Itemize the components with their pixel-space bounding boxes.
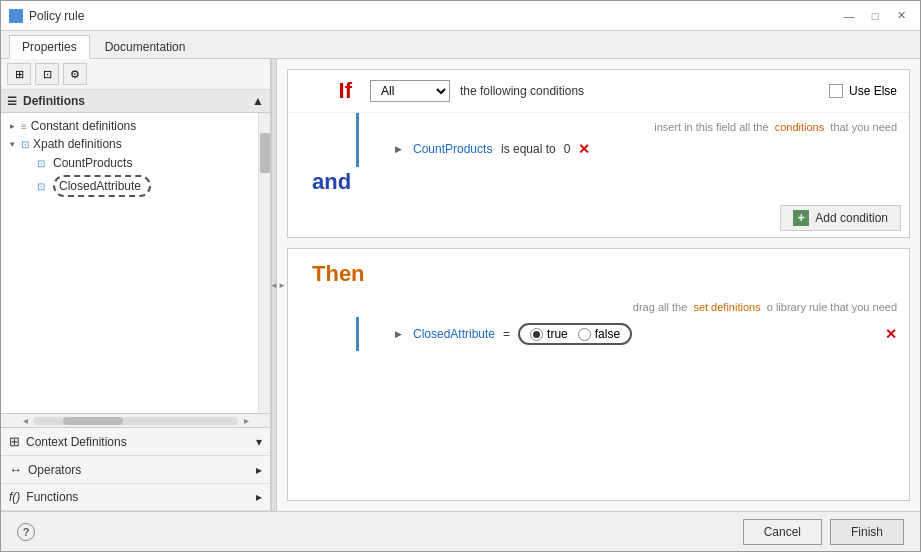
title-bar-left: Policy rule — [9, 9, 84, 23]
count-products-label: CountProducts — [53, 156, 132, 170]
help-button[interactable]: ? — [17, 523, 35, 541]
then-row: ▶ ClosedAttribute = true false — [359, 317, 909, 351]
window-title: Policy rule — [29, 9, 84, 23]
condition-name: CountProducts — [413, 142, 493, 156]
use-else-area: Use Else — [829, 84, 897, 98]
then-hint: drag all the set definitions o library r… — [288, 299, 909, 317]
operators-label: Operators — [28, 463, 81, 477]
left-panel-scrollbar[interactable] — [258, 113, 270, 413]
close-button[interactable]: ✕ — [890, 5, 912, 27]
add-condition-label: Add condition — [815, 211, 888, 225]
view-icon[interactable]: ⊡ — [35, 63, 59, 85]
tabs-row: Properties Documentation — [1, 31, 920, 59]
operators-expand-icon: ▸ — [256, 463, 262, 477]
false-radio[interactable] — [578, 328, 591, 341]
true-radio[interactable] — [530, 328, 543, 341]
settings-icon[interactable]: ⚙ — [63, 63, 87, 85]
h-scrollbar[interactable]: ◂ ▸ — [1, 413, 270, 427]
tree-section: ▸ ≡ Constant definitions ▾ ⊡ Xpath defin… — [1, 113, 270, 413]
tab-documentation[interactable]: Documentation — [92, 35, 199, 58]
condition-row: ▶ CountProducts is equal to 0 ✕ — [391, 137, 897, 161]
if-select[interactable]: All Any None — [370, 80, 450, 102]
constant-definitions-label: Constant definitions — [31, 119, 136, 133]
condition-operator: is equal to — [501, 142, 556, 156]
condition-value: 0 — [564, 142, 571, 156]
list-icon: ☰ — [7, 95, 17, 108]
count-products-icon: ⊡ — [33, 155, 49, 171]
add-icon[interactable]: ⊞ — [7, 63, 31, 85]
functions-expand-icon: ▸ — [256, 490, 262, 504]
cancel-button[interactable]: Cancel — [743, 519, 822, 545]
add-condition-button[interactable]: + Add condition — [780, 205, 901, 231]
false-option[interactable]: false — [578, 327, 620, 341]
if-section: If All Any None the following conditions… — [287, 69, 910, 238]
xpath-definitions-label: Xpath definitions — [33, 137, 122, 151]
condition-expander[interactable]: ▶ — [391, 142, 405, 156]
title-bar-controls: — □ ✕ — [838, 5, 912, 27]
true-label: true — [547, 327, 568, 341]
bottom-sections: ⊞ Context Definitions ▾ ↔ Operators ▸ — [1, 427, 270, 511]
title-bar: Policy rule — □ ✕ — [1, 1, 920, 31]
context-definitions-section: ⊞ Context Definitions ▾ — [1, 428, 270, 456]
constant-definitions-group[interactable]: ▸ ≡ Constant definitions — [1, 117, 270, 135]
then-keyword: Then — [300, 253, 377, 295]
tree-item-count-products[interactable]: ⊡ CountProducts — [1, 153, 270, 173]
functions-icon: f() — [9, 490, 20, 504]
then-row-expander[interactable]: ▶ — [391, 327, 405, 341]
action-buttons: Cancel Finish — [743, 519, 904, 545]
definitions-section-header[interactable]: ☰ Definitions ▲ — [1, 90, 270, 113]
false-label: false — [595, 327, 620, 341]
functions-header[interactable]: f() Functions ▸ — [1, 484, 270, 510]
panel-splitter[interactable] — [271, 59, 277, 511]
finish-button[interactable]: Finish — [830, 519, 904, 545]
context-def-expand-icon: ▾ — [256, 435, 262, 449]
left-toolbar: ⊞ ⊡ ⚙ — [1, 59, 270, 90]
context-def-left: ⊞ Context Definitions — [9, 434, 127, 449]
xpath-icon: ⊡ — [21, 139, 29, 150]
main-window: Policy rule — □ ✕ Properties Documentati… — [0, 0, 921, 552]
closed-attribute-label: ClosedAttribute — [59, 179, 141, 193]
then-attribute-name: ClosedAttribute — [413, 327, 495, 341]
context-definitions-header[interactable]: ⊞ Context Definitions ▾ — [1, 428, 270, 455]
then-section: Then drag all the set definitions o libr… — [287, 248, 910, 501]
scroll-thumb — [260, 133, 270, 173]
window-icon — [9, 9, 23, 23]
operators-icon: ↔ — [9, 462, 22, 477]
then-delete-button[interactable]: ✕ — [885, 326, 897, 342]
left-panel: ⊞ ⊡ ⚙ ☰ Definitions ▲ ▸ ≡ — [1, 59, 271, 511]
set-definitions-word: set definitions — [693, 301, 760, 313]
operators-left: ↔ Operators — [9, 462, 81, 477]
maximize-button[interactable]: □ — [864, 5, 886, 27]
h-scrollbar-thumb — [63, 417, 123, 425]
functions-section: f() Functions ▸ — [1, 484, 270, 511]
condition-delete-button[interactable]: ✕ — [578, 141, 590, 157]
operators-section: ↔ Operators ▸ — [1, 456, 270, 484]
tree-item-closed-attribute[interactable]: ⊡ ClosedAttribute — [1, 173, 270, 199]
operators-header[interactable]: ↔ Operators ▸ — [1, 456, 270, 483]
bottom-bar: ? Cancel Finish — [1, 511, 920, 551]
use-else-checkbox[interactable] — [829, 84, 843, 98]
expander-constant: ▸ — [5, 119, 19, 133]
h-scrollbar-track — [33, 417, 238, 425]
const-icon: ≡ — [21, 121, 27, 132]
true-option[interactable]: true — [530, 327, 568, 341]
expander-xpath: ▾ — [5, 137, 19, 151]
functions-label: Functions — [26, 490, 78, 504]
closed-attribute-icon: ⊡ — [33, 178, 49, 194]
and-keyword: and — [300, 165, 363, 198]
then-radio-group: true false — [518, 323, 632, 345]
minimize-button[interactable]: — — [838, 5, 860, 27]
use-else-label: Use Else — [849, 84, 897, 98]
collapse-icon: ▲ — [252, 94, 264, 108]
if-keyword: If — [339, 78, 352, 103]
conditions-word: conditions — [775, 121, 825, 133]
conditions-area: insert in this field all the conditions … — [359, 113, 909, 167]
following-conditions-text: the following conditions — [460, 84, 584, 98]
add-condition-row: + Add condition — [288, 199, 909, 237]
add-icon: + — [793, 210, 809, 226]
xpath-definitions-group[interactable]: ▾ ⊡ Xpath definitions — [1, 135, 270, 153]
main-content: ⊞ ⊡ ⚙ ☰ Definitions ▲ ▸ ≡ — [1, 59, 920, 511]
tab-properties[interactable]: Properties — [9, 35, 90, 59]
definitions-label: Definitions — [23, 94, 85, 108]
conditions-hint: insert in this field all the conditions … — [371, 119, 897, 137]
